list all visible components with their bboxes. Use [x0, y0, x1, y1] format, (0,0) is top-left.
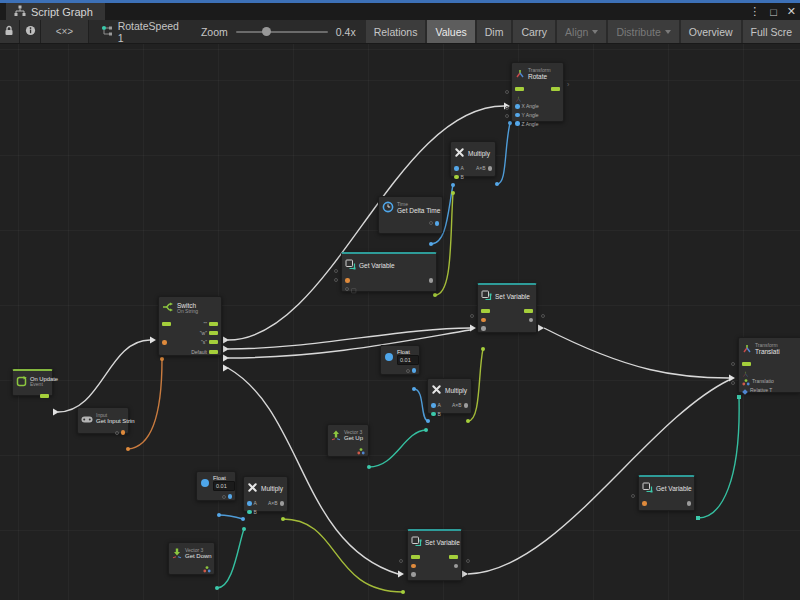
vector3-output-port[interactable]: [203, 559, 211, 577]
output-port[interactable]: [464, 403, 469, 408]
seconds-output-port[interactable]: [435, 221, 440, 226]
distribute-dropdown[interactable]: Distribute: [608, 20, 678, 43]
vector3-output-port[interactable]: [357, 441, 365, 459]
node-multiply-2[interactable]: Multiply AA×B B: [427, 378, 472, 414]
port-ring: [731, 362, 735, 366]
graph-name-breadcrumb[interactable]: RotateSpeed 1: [89, 20, 193, 43]
node-translate[interactable]: TransformTranslati Translatio Relative T: [738, 337, 800, 393]
control-out-port[interactable]: [551, 87, 560, 91]
window-close-icon[interactable]: ✕: [787, 5, 796, 18]
node-get-input-string[interactable]: InputGet Input Strin: [77, 407, 129, 434]
node-float-2[interactable]: Float0.01: [196, 471, 236, 501]
output-port[interactable]: [488, 166, 493, 171]
port-ring: [631, 494, 635, 498]
value-output-port[interactable]: [429, 278, 434, 283]
get-variable-icon: [642, 479, 653, 497]
node-rotate[interactable]: TransformRotate X Angle Y Angle Z Angle: [511, 62, 564, 122]
value-output-port[interactable]: [529, 318, 534, 323]
dim-button[interactable]: Dim: [477, 20, 512, 43]
tab-script-graph[interactable]: Script Graph: [6, 3, 105, 20]
window-menu-icon[interactable]: ⋮: [749, 5, 760, 18]
info-button[interactable]: [20, 20, 41, 43]
window-maximize-icon[interactable]: □: [770, 6, 777, 18]
carry-button[interactable]: Carry: [513, 20, 555, 43]
node-multiply-3[interactable]: Multiply AA×B B: [243, 476, 288, 512]
code-view-icon: <×>: [56, 26, 74, 37]
port-ring: [345, 287, 349, 291]
variable-name-port[interactable]: [411, 564, 416, 569]
variable-name-port[interactable]: [345, 278, 350, 283]
full-screen-button[interactable]: Full Scre: [743, 20, 800, 43]
port-ring: [222, 495, 226, 499]
node-get-variable-2[interactable]: Get Variable: [638, 475, 695, 511]
multiply-icon: [454, 144, 465, 162]
control-out-port[interactable]: [449, 555, 458, 559]
caret-down-icon: [592, 30, 598, 34]
case-1-out-port[interactable]: [209, 322, 218, 326]
control-in-port[interactable]: [162, 322, 171, 326]
input-a-port[interactable]: [247, 501, 252, 506]
target-transform-icon: [515, 89, 522, 107]
case-w-out-port[interactable]: [209, 331, 218, 335]
zoom-value: 0.4x: [336, 26, 356, 38]
values-button[interactable]: Values: [427, 20, 474, 43]
input-b-port[interactable]: [454, 175, 459, 180]
wires-layer: [0, 44, 800, 600]
float-output-port[interactable]: [412, 368, 417, 373]
wire-getup-to-multiply2: [369, 430, 426, 467]
node-multiply-1[interactable]: Multiply AA×B B: [450, 141, 496, 177]
node-vector3-get-down[interactable]: Vector 3Get Down: [168, 542, 215, 575]
wire-setvar-to-translate: [544, 328, 729, 378]
control-in-port[interactable]: [481, 309, 490, 313]
wire-switch-default-to-setvar2: [228, 368, 398, 574]
code-view-button[interactable]: <×>: [41, 20, 88, 43]
relations-button[interactable]: Relations: [366, 20, 426, 43]
value-output-port[interactable]: [454, 564, 459, 569]
default-out-port[interactable]: [209, 350, 218, 354]
node-set-variable-2[interactable]: Set Variable: [407, 529, 462, 581]
lock-button[interactable]: [0, 20, 20, 43]
node-vector3-get-up[interactable]: Vector 3Get Up: [327, 424, 369, 457]
control-out-port[interactable]: [524, 309, 533, 313]
zoom-slider[interactable]: [236, 31, 328, 33]
case-s-out-port[interactable]: [209, 340, 218, 344]
y-angle-port[interactable]: [515, 113, 520, 118]
node-get-variable-1[interactable]: Get Variable: [341, 252, 437, 292]
input-b-port[interactable]: [431, 412, 436, 417]
graph-canvas[interactable]: TransformRotate X Angle Y Angle Z Angle …: [0, 44, 800, 600]
node-float-1[interactable]: Float0.01: [380, 345, 420, 375]
clock-icon: [382, 199, 394, 217]
vector3-up-icon: [331, 427, 341, 445]
value-input-port[interactable]: [481, 326, 486, 331]
node-switch-on-string[interactable]: SwitchOn String "" "w" "s" Default: [158, 296, 222, 356]
align-dropdown[interactable]: Align: [557, 20, 606, 43]
zoom-slider-handle[interactable]: [262, 27, 271, 36]
variable-name-port[interactable]: [481, 318, 486, 323]
output-port[interactable]: [280, 501, 285, 506]
string-output-port[interactable]: [121, 430, 126, 435]
port-ring: [470, 314, 474, 318]
wire-float-to-multiply3: [219, 515, 243, 519]
overview-button[interactable]: Overview: [681, 20, 741, 43]
float-value-field[interactable]: 0.01: [213, 481, 235, 491]
node-set-variable-1[interactable]: Set Variable: [477, 283, 537, 333]
node-on-update[interactable]: On UpdateEvent: [12, 369, 53, 396]
z-angle-port[interactable]: [515, 121, 520, 126]
relative-to-port[interactable]: [742, 381, 748, 399]
port-ring: [334, 269, 338, 273]
node-get-delta-time[interactable]: TimeGet Delta Time: [378, 196, 443, 234]
float-value-field[interactable]: 0.01: [397, 355, 419, 365]
input-b-port[interactable]: [247, 510, 252, 515]
value-output-port[interactable]: [687, 501, 692, 506]
control-in-port[interactable]: [411, 555, 420, 559]
value-input-port[interactable]: [411, 572, 416, 577]
port-ring: [541, 314, 545, 318]
selector-string-port[interactable]: [162, 340, 167, 345]
input-a-port[interactable]: [431, 403, 436, 408]
float-output-port[interactable]: [228, 494, 233, 499]
zoom-control: Zoom 0.4x: [193, 20, 364, 43]
port-ring: [505, 90, 509, 94]
input-a-port[interactable]: [454, 166, 459, 171]
control-out-port[interactable]: [40, 394, 49, 398]
variable-name-port[interactable]: [642, 501, 647, 506]
